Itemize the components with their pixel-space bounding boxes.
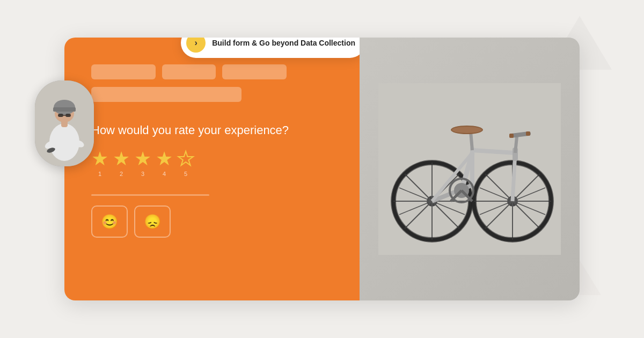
star-item-4[interactable]: ★ 4 — [156, 149, 173, 177]
svg-line-35 — [472, 150, 515, 153]
feedback-line — [91, 194, 209, 196]
cta-pill[interactable]: › Build form & Go beyond Data Collection — [181, 38, 360, 58]
cta-label: Build form & Go beyond Data Collection — [212, 38, 355, 48]
stars-row: ★ 1 ★ 2 ★ 3 ★ 4 ★ 5 — [91, 149, 333, 177]
star-item-1[interactable]: ★ 1 — [91, 149, 108, 177]
star-3-label: 3 — [141, 171, 144, 177]
person-svg — [35, 80, 94, 166]
skeleton-bar-1 — [91, 64, 156, 79]
sad-icon: 😞 — [144, 214, 161, 230]
svg-line-45 — [515, 137, 517, 153]
star-1-icon: ★ — [91, 149, 108, 168]
star-item-5[interactable]: ★ 5 — [177, 149, 194, 177]
star-item-2[interactable]: ★ 2 — [113, 149, 130, 177]
star-2-icon: ★ — [113, 149, 130, 168]
star-5-icon: ★ — [177, 149, 194, 168]
cta-arrow-icon: › — [195, 38, 197, 48]
emoji-sad[interactable]: 😞 — [134, 205, 171, 238]
star-5-label: 5 — [184, 171, 187, 177]
skeleton-bar-long — [91, 87, 241, 102]
bike-area — [360, 38, 580, 300]
svg-rect-47 — [526, 131, 530, 136]
svg-rect-9 — [65, 114, 71, 117]
svg-rect-7 — [53, 107, 76, 112]
star-1-label: 1 — [98, 171, 101, 177]
cta-arrow-circle: › — [186, 38, 206, 53]
happy-icon: 😊 — [101, 214, 118, 230]
emoji-happy[interactable]: 😊 — [91, 205, 128, 238]
avatar — [35, 80, 94, 166]
star-4-icon: ★ — [156, 149, 173, 168]
svg-rect-8 — [58, 114, 63, 117]
left-panel: › Build form & Go beyond Data Collection… — [64, 38, 360, 300]
star-item-3[interactable]: ★ 3 — [134, 149, 151, 177]
rating-question: How would you rate your experience? — [91, 123, 333, 137]
svg-point-44 — [452, 127, 482, 133]
svg-rect-48 — [509, 134, 514, 138]
skeleton-row-top — [91, 64, 333, 79]
right-panel — [360, 38, 580, 300]
star-2-label: 2 — [120, 171, 123, 177]
bike-svg — [378, 83, 561, 255]
skeleton-bar-2 — [162, 64, 216, 79]
svg-line-42 — [471, 131, 472, 150]
main-card: › Build form & Go beyond Data Collection… — [64, 38, 580, 300]
skeleton-bar-3 — [222, 64, 287, 79]
star-4-label: 4 — [163, 171, 166, 177]
star-3-icon: ★ — [134, 149, 151, 168]
emoji-row: 😊 😞 — [91, 205, 333, 238]
